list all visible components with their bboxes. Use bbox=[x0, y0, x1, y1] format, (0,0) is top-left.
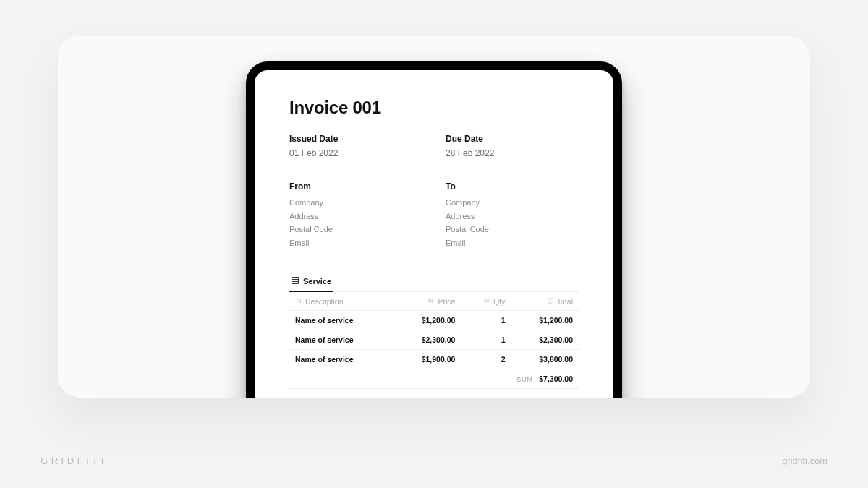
col-qty[interactable]: Qty bbox=[461, 292, 511, 311]
to-postal: Postal Code bbox=[446, 223, 579, 236]
cell-desc: Name of service bbox=[289, 349, 393, 369]
issued-date-value: 01 Feb 2022 bbox=[289, 148, 422, 158]
issued-date-label: Issued Date bbox=[289, 134, 422, 144]
from-address: Address bbox=[289, 210, 422, 223]
col-total[interactable]: Total bbox=[511, 292, 579, 311]
dates-row: Issued Date 01 Feb 2022 Due Date 28 Feb … bbox=[289, 134, 579, 160]
parties-row: From Company Address Postal Code Email T… bbox=[289, 181, 579, 250]
table-row[interactable]: Name of service $2,300.00 1 $2,300.00 bbox=[289, 330, 579, 349]
to-address: Address bbox=[446, 210, 579, 223]
cell-desc: Name of service bbox=[289, 310, 393, 330]
tablet-screen: Invoice 001 Issued Date 01 Feb 2022 Due … bbox=[255, 70, 613, 398]
tablet-frame: Invoice 001 Issued Date 01 Feb 2022 Due … bbox=[246, 61, 622, 398]
number-icon bbox=[483, 297, 490, 306]
invoice-document: Invoice 001 Issued Date 01 Feb 2022 Due … bbox=[255, 70, 613, 389]
to-email: Email bbox=[446, 236, 579, 250]
svg-line-9 bbox=[429, 299, 430, 303]
cell-price: $2,300.00 bbox=[393, 330, 461, 349]
cell-total: $2,300.00 bbox=[511, 330, 579, 349]
table-icon bbox=[291, 276, 299, 286]
view-tabs: Service bbox=[289, 272, 579, 292]
issued-date-block: Issued Date 01 Feb 2022 bbox=[289, 134, 422, 160]
brand-logo-text: GRIDFITI bbox=[41, 455, 107, 466]
svg-line-5 bbox=[298, 299, 300, 302]
page-title: Invoice 001 bbox=[289, 98, 579, 118]
svg-rect-0 bbox=[292, 277, 299, 283]
cell-price: $1,900.00 bbox=[393, 349, 461, 369]
from-block: From Company Address Postal Code Email bbox=[289, 181, 422, 250]
cell-price: $1,200.00 bbox=[393, 310, 461, 330]
cell-desc: Name of service bbox=[289, 330, 393, 349]
cell-qty: 1 bbox=[461, 330, 511, 349]
col-description-label: Description bbox=[305, 297, 344, 306]
to-label: To bbox=[446, 181, 579, 192]
col-qty-label: Qty bbox=[493, 297, 505, 306]
cell-total: $1,200.00 bbox=[511, 310, 579, 330]
cell-qty: 1 bbox=[461, 310, 511, 330]
table-row[interactable]: Name of service $1,200.00 1 $1,200.00 bbox=[289, 310, 579, 330]
number-icon bbox=[427, 297, 435, 306]
table-header-row: Description bbox=[289, 292, 579, 311]
sum-label: SUM bbox=[516, 376, 537, 383]
col-total-label: Total bbox=[557, 297, 573, 306]
from-company: Company bbox=[289, 196, 422, 210]
col-description[interactable]: Description bbox=[289, 292, 393, 311]
preview-card: Invoice 001 Issued Date 01 Feb 2022 Due … bbox=[58, 36, 810, 398]
table-row[interactable]: Name of service $1,900.00 2 $3,800.00 bbox=[289, 349, 579, 369]
cell-qty: 2 bbox=[461, 349, 511, 369]
from-email: Email bbox=[289, 236, 422, 250]
from-label: From bbox=[289, 181, 422, 192]
tab-service[interactable]: Service bbox=[289, 272, 333, 292]
text-icon bbox=[295, 297, 302, 306]
formula-icon bbox=[547, 297, 554, 306]
from-postal: Postal Code bbox=[289, 223, 422, 236]
to-block: To Company Address Postal Code Email bbox=[446, 181, 579, 250]
due-date-value: 28 Feb 2022 bbox=[446, 148, 579, 158]
to-company: Company bbox=[446, 196, 579, 210]
due-date-block: Due Date 28 Feb 2022 bbox=[446, 134, 579, 160]
sum-value: $7,300.00 bbox=[539, 374, 573, 383]
due-date-label: Due Date bbox=[446, 134, 579, 144]
svg-line-13 bbox=[485, 299, 485, 303]
tab-service-label: Service bbox=[303, 277, 331, 286]
col-price[interactable]: Price bbox=[393, 292, 461, 311]
svg-line-14 bbox=[488, 299, 488, 303]
line-items-table: Description bbox=[289, 292, 579, 389]
col-price-label: Price bbox=[438, 297, 455, 306]
svg-line-4 bbox=[297, 299, 299, 302]
svg-line-10 bbox=[433, 299, 433, 303]
brand-site-text: gridfiti.com bbox=[782, 455, 827, 466]
cell-total: $3,800.00 bbox=[511, 349, 579, 369]
sum-row: SUM $7,300.00 bbox=[289, 369, 579, 388]
